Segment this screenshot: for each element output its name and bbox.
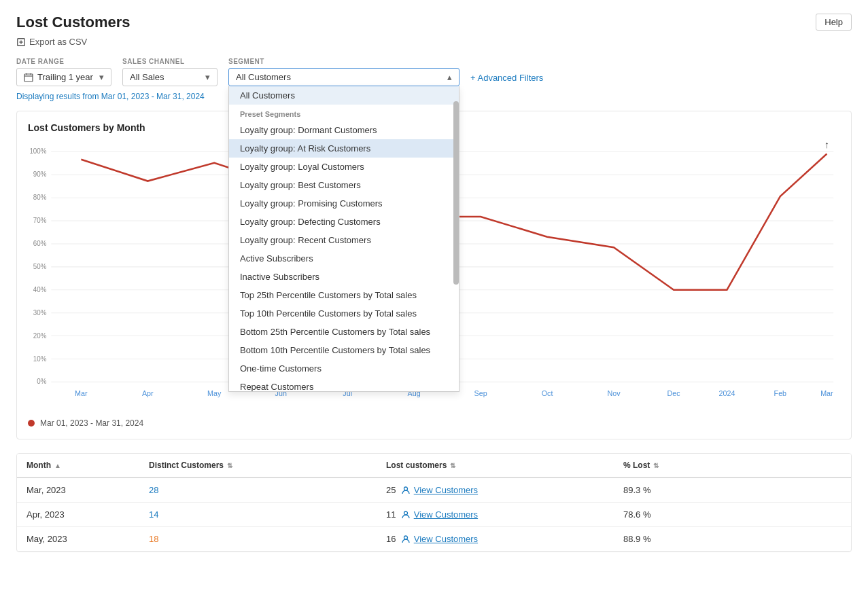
td-pct-1: 78.6 % [614,503,851,526]
view-link-label-0: View Customers [414,485,478,495]
svg-text:Dec: Dec [667,389,681,397]
page-title: Lost Customers [16,14,852,31]
help-button[interactable]: Help [816,14,852,31]
td-lost-0: 25 View Customers [377,478,614,502]
segment-filter: SEGMENT All Customers ▴ All Customers Pr… [228,58,459,86]
svg-text:Nov: Nov [607,389,621,397]
th-lost-label: Lost customers [386,461,447,470]
svg-point-43 [404,487,407,490]
td-lost-val-1: 11 [386,509,396,520]
table-row: Mar, 2023 28 25 View Customers 89.3 % [17,478,851,503]
dropdown-item-loyal[interactable]: Loyalty group: Loyal Customers [229,158,459,176]
dropdown-item-repeat[interactable]: Repeat Customers [229,378,459,392]
date-range-value: Trailing 1 year [37,72,93,82]
chart-legend: Mar 01, 2023 - Mar 31, 2024 [28,418,840,428]
svg-text:2024: 2024 [719,389,735,397]
dropdown-item-bottom25[interactable]: Bottom 25th Percentile Customers by Tota… [229,323,459,341]
svg-text:Mar: Mar [75,389,88,397]
svg-point-44 [404,511,407,515]
svg-text:0%: 0% [37,378,46,385]
view-customers-link-1[interactable]: View Customers [401,509,478,520]
svg-text:40%: 40% [33,286,47,293]
legend-label: Mar 01, 2023 - Mar 31, 2024 [40,418,143,428]
th-month-label: Month [27,461,51,470]
svg-text:20%: 20% [33,331,47,339]
th-distinct-label: Distinct Customers [149,461,224,470]
filters-row: DATE RANGE Trailing 1 year ▾ SALES CHANN… [16,58,852,86]
export-icon [16,37,26,47]
td-month-1: Apr, 2023 [17,503,139,526]
td-pct-2: 88.9 % [614,527,851,551]
td-distinct-1: 14 [139,503,377,526]
calendar-icon [24,73,33,82]
svg-text:Sep: Sep [474,389,487,397]
th-distinct[interactable]: Distinct Customers ⇅ [139,454,377,477]
page-container: Help Lost Customers Export as CSV DATE R… [0,0,868,595]
svg-text:60%: 60% [33,240,47,247]
dropdown-item-at-risk[interactable]: Loyalty group: At Risk Customers [229,139,459,158]
table-row: May, 2023 18 16 View Customers 88.9 % [17,527,851,552]
legend-dot [28,420,35,427]
segment-dropdown: All Customers Preset Segments Loyalty gr… [228,86,459,392]
svg-text:Feb: Feb [774,389,787,397]
svg-text:80%: 80% [33,194,47,201]
svg-text:50%: 50% [33,263,47,270]
th-lost[interactable]: Lost customers ⇅ [377,454,614,477]
sales-channel-filter: SALES CHANNEL All Sales ▾ [122,58,218,86]
td-month-0: Mar, 2023 [17,478,139,502]
th-pct[interactable]: % Lost ⇅ [614,454,851,477]
td-pct-0: 89.3 % [614,478,851,502]
svg-text:↑: ↑ [824,141,829,150]
dropdown-item-promising[interactable]: Loyalty group: Promising Customers [229,194,459,213]
dropdown-item-top25[interactable]: Top 25th Percentile Customers by Total s… [229,286,459,304]
dropdown-scrollbar-thumb[interactable] [453,101,459,284]
svg-text:30%: 30% [33,309,47,317]
svg-text:70%: 70% [33,217,47,224]
dropdown-item-recent[interactable]: Loyalty group: Recent Customers [229,231,459,249]
svg-rect-3 [24,74,33,82]
segment-value: All Customers [236,72,291,82]
sort-pct-icon: ⇅ [653,462,659,469]
td-lost-val-2: 16 [386,534,396,544]
th-pct-label: % Lost [623,461,650,470]
sort-month-icon: ▲ [54,462,61,469]
svg-text:May: May [207,389,222,397]
dropdown-item-defecting[interactable]: Loyalty group: Defecting Customers [229,213,459,231]
export-csv-button[interactable]: Export as CSV [16,35,87,48]
sales-channel-select[interactable]: All Sales ▾ [122,68,218,86]
table-section: Month ▲ Distinct Customers ⇅ Lost custom… [16,453,852,552]
dropdown-item-all-customers[interactable]: All Customers [229,86,459,105]
view-link-label-2: View Customers [414,534,478,544]
td-lost-2: 16 View Customers [377,527,614,551]
segment-select[interactable]: All Customers ▴ [228,68,459,86]
svg-point-45 [404,536,407,539]
dropdown-item-bottom10[interactable]: Bottom 10th Percentile Customers by Tota… [229,341,459,359]
view-customers-link-2[interactable]: View Customers [401,534,478,544]
th-month[interactable]: Month ▲ [17,454,139,477]
sales-channel-value: All Sales [130,72,164,82]
export-label: Export as CSV [29,37,87,47]
segment-caret: ▴ [447,72,452,82]
td-month-2: May, 2023 [17,527,139,551]
svg-text:10%: 10% [33,355,47,362]
sales-channel-label: SALES CHANNEL [122,58,218,65]
advanced-filters-button[interactable]: + Advanced Filters [470,73,543,86]
dropdown-item-top10[interactable]: Top 10th Percentile Customers by Total s… [229,304,459,323]
dropdown-item-dormant[interactable]: Loyalty group: Dormant Customers [229,121,459,139]
view-link-label-1: View Customers [414,509,478,520]
svg-text:Mar: Mar [820,389,833,397]
date-range-caret: ▾ [99,72,104,82]
td-lost-val-0: 25 [386,485,396,495]
date-range-select[interactable]: Trailing 1 year ▾ [16,68,111,86]
dropdown-section-preset: Preset Segments [229,105,459,121]
dropdown-item-best[interactable]: Loyalty group: Best Customers [229,176,459,194]
dropdown-item-one-time[interactable]: One-time Customers [229,359,459,378]
svg-text:Oct: Oct [542,389,553,397]
user-icon-2 [401,535,411,544]
view-customers-link-0[interactable]: View Customers [401,485,478,495]
sort-distinct-icon: ⇅ [227,462,232,469]
date-range-filter: DATE RANGE Trailing 1 year ▾ [16,58,111,86]
dropdown-item-active-subscribers[interactable]: Active Subscribers [229,249,459,268]
segment-label: SEGMENT [228,58,459,65]
dropdown-item-inactive-subscribers[interactable]: Inactive Subscribers [229,268,459,286]
